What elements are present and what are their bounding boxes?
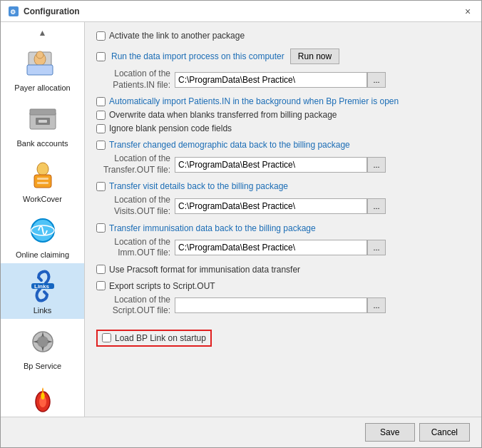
sidebar-item-links[interactable]: Links Links <box>1 263 84 319</box>
load-bp-link-checkbox[interactable] <box>102 333 111 342</box>
imm-out-browse-button[interactable]: ... <box>367 240 386 255</box>
svg-point-4 <box>36 51 43 58</box>
run-data-import-label: Run the data import process on this comp… <box>111 51 284 61</box>
cancel-button[interactable]: Cancel <box>419 423 470 442</box>
export-scripts-row: Export scripts to Script.OUT <box>96 281 470 291</box>
titlebar: ⚙ Configuration × <box>1 1 481 22</box>
sidebar-label-bp-service: Bp Service <box>24 362 61 370</box>
transfer-out-browse-button[interactable]: ... <box>367 157 386 173</box>
bp-service-icon <box>24 323 61 360</box>
run-data-import-checkbox[interactable] <box>96 52 106 61</box>
sidebar-item-payer-allocation[interactable]: Payer allocation <box>1 41 84 96</box>
ignore-blank-row: Ignore blank pension code fields <box>96 123 470 133</box>
transfer-visit-checkbox[interactable] <box>96 182 106 191</box>
transfer-demo-label: Transfer changed demographic data back t… <box>109 140 350 150</box>
online-claiming-icon <box>24 212 61 249</box>
scroll-up[interactable]: ▲ <box>36 25 50 41</box>
auto-import-row: Automatically import Patients.IN in the … <box>96 96 470 106</box>
ignore-blank-checkbox[interactable] <box>96 124 106 133</box>
script-out-label: Location of the Script.OUT file: <box>96 295 175 317</box>
visits-out-browse-button[interactable]: ... <box>367 198 386 214</box>
sidebar-label-workcover: WorkCover <box>23 195 62 203</box>
titlebar-left: ⚙ Configuration <box>8 6 80 17</box>
main-content: ▲ Payer allocation <box>1 22 481 417</box>
svg-rect-11 <box>34 175 51 188</box>
load-bp-link-label: Load BP Link on startup <box>115 333 206 343</box>
auto-import-checkbox[interactable] <box>96 97 106 106</box>
imm-out-row: Location of the Imm.OUT file: ... <box>96 237 470 259</box>
svg-rect-7 <box>30 109 56 115</box>
run-now-button[interactable]: Run now <box>290 49 339 64</box>
imm-out-label: Location of the Imm.OUT file: <box>96 237 175 259</box>
script-out-input[interactable] <box>175 297 367 313</box>
visits-out-label: Location of the Visits.OUT file: <box>96 195 175 217</box>
app-icon: ⚙ <box>8 6 19 17</box>
save-button[interactable]: Save <box>365 423 415 442</box>
transfer-imm-label: Transfer immunisation data back to the b… <box>109 223 316 233</box>
use-pracsoft-checkbox[interactable] <box>96 265 106 274</box>
svg-rect-9 <box>39 120 47 123</box>
payer-allocation-icon <box>24 45 61 82</box>
activate-link-label: Activate the link to another package <box>109 31 245 41</box>
transfer-visit-row: Transfer visit details back to the billi… <box>96 181 470 191</box>
script-out-browse-button[interactable]: ... <box>367 297 386 313</box>
fhir-icon <box>24 379 61 416</box>
visits-out-row: Location of the Visits.OUT file: ... <box>96 195 470 217</box>
transfer-out-row: Location of the Transfer.OUT file: ... <box>96 153 470 175</box>
sidebar-label-payer-allocation: Payer allocation <box>14 83 70 92</box>
use-pracsoft-row: Use Pracsoft format for immunisation dat… <box>96 265 470 275</box>
patients-in-label: Location of the Patients.IN file: <box>96 68 175 91</box>
svg-rect-13 <box>37 182 48 184</box>
bottom-buttons: Save Cancel <box>1 417 481 447</box>
svg-point-19 <box>37 336 48 347</box>
patients-in-browse-button[interactable]: ... <box>367 72 386 88</box>
export-scripts-label: Export scripts to Script.OUT <box>109 281 215 291</box>
imm-out-input[interactable] <box>175 240 367 255</box>
configuration-window: ⚙ Configuration × ▲ Payer allocation <box>0 0 482 448</box>
svg-text:Links: Links <box>34 283 49 290</box>
ignore-blank-label: Ignore blank pension code fields <box>109 123 232 133</box>
transfer-demo-checkbox[interactable] <box>96 141 106 150</box>
activate-link-row: Activate the link to another package <box>96 31 470 41</box>
svg-rect-12 <box>37 178 48 180</box>
transfer-demo-row: Transfer changed demographic data back t… <box>96 140 470 150</box>
overwrite-data-checkbox[interactable] <box>96 111 106 120</box>
sidebar: ▲ Payer allocation <box>1 22 85 417</box>
sidebar-item-bank-accounts[interactable]: Bank accounts <box>1 96 84 152</box>
transfer-imm-checkbox[interactable] <box>96 223 106 233</box>
workcover-icon <box>24 156 61 193</box>
sidebar-label-bank-accounts: Bank accounts <box>16 139 68 148</box>
patients-in-input[interactable] <box>175 72 367 88</box>
svg-rect-5 <box>27 65 53 75</box>
links-icon: Links <box>24 268 61 305</box>
svg-text:⚙: ⚙ <box>10 9 16 16</box>
auto-import-label: Automatically import Patients.IN in the … <box>109 96 399 106</box>
sidebar-label-links: Links <box>34 306 52 315</box>
bank-accounts-icon <box>24 101 61 138</box>
transfer-out-input[interactable] <box>175 157 367 173</box>
overwrite-data-label: Overwrite data when blanks transferred f… <box>109 110 337 120</box>
use-pracsoft-label: Use Pracsoft format for immunisation dat… <box>109 265 300 275</box>
sidebar-item-fhir[interactable]: FHIR® <box>1 375 84 417</box>
sidebar-item-workcover[interactable]: WorkCover <box>1 152 84 208</box>
script-out-row: Location of the Script.OUT file: ... <box>96 295 470 317</box>
load-bp-link-highlight: Load BP Link on startup <box>96 330 212 347</box>
window-title: Configuration <box>24 6 80 16</box>
transfer-imm-row: Transfer immunisation data back to the b… <box>96 223 470 233</box>
svg-point-10 <box>37 163 48 175</box>
transfer-visit-label: Transfer visit details back to the billi… <box>109 181 288 191</box>
main-panel: Activate the link to another package Run… <box>85 22 481 417</box>
export-scripts-checkbox[interactable] <box>96 281 106 290</box>
transfer-out-label: Location of the Transfer.OUT file: <box>96 153 175 175</box>
visits-out-input[interactable] <box>175 198 367 214</box>
sidebar-item-online-claiming[interactable]: Online claiming <box>1 208 84 263</box>
sidebar-item-bp-service[interactable]: Bp Service <box>1 319 84 375</box>
close-button[interactable]: × <box>461 5 474 18</box>
load-bp-link-box: Load BP Link on startup <box>96 330 212 347</box>
patients-in-row: Location of the Patients.IN file: ... <box>96 68 470 91</box>
activate-link-checkbox[interactable] <box>96 31 106 41</box>
sidebar-label-online-claiming: Online claiming <box>16 250 69 259</box>
overwrite-data-row: Overwrite data when blanks transferred f… <box>96 110 470 120</box>
